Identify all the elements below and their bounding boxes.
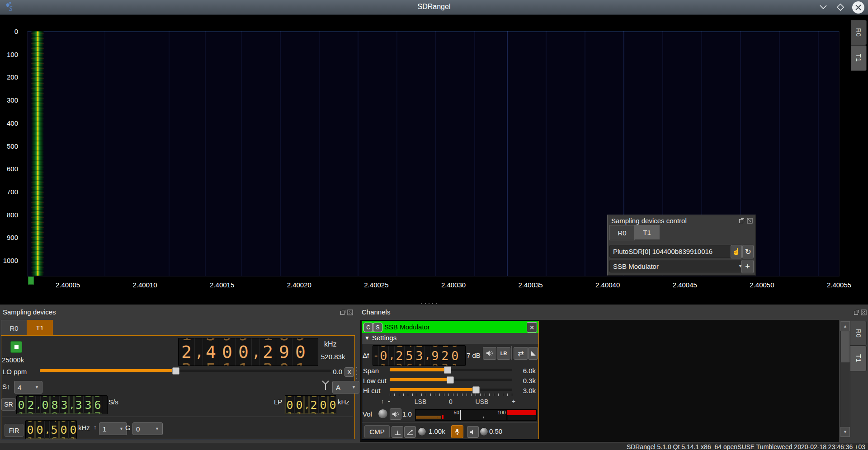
delta-f-dial[interactable]: -901,123456234,890123901 xyxy=(373,345,466,366)
dial-digit[interactable]: 901 xyxy=(26,421,35,439)
dial-digit[interactable]: 901 xyxy=(219,338,235,366)
popup-float-icon[interactable] xyxy=(739,218,745,224)
channel-close-button[interactable]: ✕ xyxy=(527,322,537,333)
dial-digit[interactable]: 901 xyxy=(450,346,460,366)
dial-digit[interactable]: 345 xyxy=(203,338,219,366)
volume-knob[interactable] xyxy=(378,409,388,419)
sample-rate-dial[interactable]: 901123,901789234,234234567 xyxy=(16,395,108,414)
dial-digit[interactable]: 123 xyxy=(259,338,276,366)
dial-digit[interactable]: , xyxy=(194,338,203,366)
tone-frequency-knob[interactable] xyxy=(418,427,426,436)
fir-bandwidth-dial[interactable]: 901901,456901901 xyxy=(25,420,77,439)
channel-c-badge[interactable]: C xyxy=(363,323,373,332)
dial-digit[interactable]: , xyxy=(35,396,40,414)
tone-button[interactable] xyxy=(392,426,403,438)
device-select[interactable]: PlutoSDR[0] 104400b839910016 xyxy=(609,245,735,258)
dial-digit[interactable]: , xyxy=(251,338,259,366)
dial-digit[interactable]: 567 xyxy=(93,396,102,414)
dial-digit[interactable]: 901 xyxy=(294,396,304,414)
lo-ppm-reset-button[interactable]: X xyxy=(344,367,354,377)
low-cut-slider[interactable] xyxy=(390,376,512,383)
dial-digit[interactable]: 901 xyxy=(17,396,26,414)
morse-keyer-button[interactable] xyxy=(404,426,416,438)
dial-digit[interactable]: 234 xyxy=(74,396,83,414)
center-frequency-dial[interactable]: 123,345901901,123890901 xyxy=(178,338,318,366)
span-slider[interactable] xyxy=(390,366,512,373)
channel-title-bar[interactable]: C S SSB Modulator ✕ xyxy=(362,321,538,333)
compressor-button[interactable]: CMP xyxy=(364,425,390,438)
dial-digit[interactable]: , xyxy=(44,421,49,439)
feedback-volume-knob[interactable] xyxy=(480,427,488,436)
fir-chain-select[interactable]: 1 ▼ xyxy=(99,422,127,435)
fir-button[interactable]: FIR xyxy=(5,424,24,437)
scroll-up-icon[interactable]: ▲ xyxy=(840,321,850,331)
dock-splitter-handle[interactable] xyxy=(421,303,437,304)
maximize-icon[interactable] xyxy=(835,2,846,13)
panel-splitter-handle[interactable] xyxy=(356,367,357,379)
float-panel-icon[interactable] xyxy=(340,309,346,315)
dial-digit[interactable]: 901 xyxy=(235,338,251,366)
lp-cutoff-dial[interactable]: 901901,123901901 xyxy=(285,395,336,414)
dial-digit[interactable]: 901 xyxy=(40,396,50,414)
device-tab-t1[interactable]: T1 xyxy=(27,320,53,335)
dial-digit[interactable]: 890 xyxy=(430,346,440,366)
spectrum-tab-r0[interactable]: R0 xyxy=(851,20,867,45)
audio-mute-button[interactable] xyxy=(483,347,496,360)
close-icon[interactable] xyxy=(852,1,864,14)
dial-digit[interactable]: , xyxy=(69,396,74,414)
channel-type-select[interactable]: SSB Modulator ▼ xyxy=(609,260,746,272)
dsb-filter-button[interactable] xyxy=(528,347,538,360)
dial-digit[interactable]: 901 xyxy=(292,338,308,366)
audio-feedback-button[interactable] xyxy=(467,426,479,438)
dial-digit[interactable]: 123 xyxy=(179,338,194,366)
dial-digit[interactable]: 890 xyxy=(276,338,292,366)
dial-digit[interactable]: 123 xyxy=(309,396,318,414)
device-change-button[interactable]: ☝ xyxy=(731,245,742,258)
minimize-icon[interactable] xyxy=(818,2,829,13)
popup-tab-r0[interactable]: R0 xyxy=(609,225,635,240)
close-panel-icon[interactable] xyxy=(861,309,867,315)
popup-tab-t1[interactable]: T1 xyxy=(634,225,660,239)
hi-cut-slider[interactable] xyxy=(390,386,512,393)
channels-tab-t1[interactable]: T1 xyxy=(850,346,867,371)
dial-digit[interactable]: , xyxy=(388,346,394,366)
channel-s-badge[interactable]: S xyxy=(373,323,382,332)
scrollbar-thumb[interactable] xyxy=(841,331,849,362)
dial-digit[interactable]: 901 xyxy=(35,421,44,439)
float-panel-icon[interactable] xyxy=(854,309,859,315)
dial-digit[interactable]: 123 xyxy=(394,346,404,366)
device-tab-r0[interactable]: R0 xyxy=(1,320,27,336)
dial-digit[interactable]: 456 xyxy=(404,346,414,366)
dial-digit[interactable]: 901 xyxy=(68,421,77,439)
dial-digit[interactable]: , xyxy=(304,396,309,414)
dial-digit[interactable]: 901 xyxy=(285,396,294,414)
audio-monitor-button[interactable] xyxy=(390,408,401,420)
dial-digit[interactable]: 123 xyxy=(440,346,450,366)
channels-tab-r0[interactable]: R0 xyxy=(850,321,867,346)
device-reload-button[interactable]: ↻ xyxy=(742,245,754,258)
add-channel-button[interactable]: + xyxy=(741,260,754,273)
stereo-lr-button[interactable]: LR xyxy=(497,347,510,360)
lo-ppm-slider[interactable] xyxy=(40,367,331,374)
mic-input-button[interactable] xyxy=(451,425,463,438)
settings-spoiler[interactable]: ▼ Settings xyxy=(362,333,538,344)
interp-select[interactable]: 4 ▼ xyxy=(14,381,42,394)
dial-digit[interactable]: 123 xyxy=(26,396,35,414)
sample-rate-mode-button[interactable]: SR xyxy=(1,398,16,411)
dial-digit[interactable]: 789 xyxy=(50,396,59,414)
close-panel-icon[interactable] xyxy=(347,309,353,315)
dial-digit[interactable]: 234 xyxy=(59,396,69,414)
dial-digit[interactable]: - xyxy=(373,346,378,366)
spectrum-tab-t1[interactable]: T1 xyxy=(851,45,867,71)
scroll-down-icon[interactable]: ▼ xyxy=(840,427,850,437)
dial-digit[interactable]: 456 xyxy=(49,421,59,439)
sideband-flip-button[interactable]: ⇄ xyxy=(514,347,528,360)
popup-close-icon[interactable] xyxy=(747,218,753,224)
dial-digit[interactable]: 901 xyxy=(328,396,336,414)
dial-digit[interactable]: , xyxy=(424,346,430,366)
dial-digit[interactable]: 901 xyxy=(318,396,328,414)
fir-gain-select[interactable]: 0 ▼ xyxy=(132,422,163,435)
dial-digit[interactable]: 234 xyxy=(414,346,424,366)
antenna-select[interactable]: A ▼ xyxy=(332,381,359,394)
channels-scrollbar[interactable]: ▲ ▼ xyxy=(840,321,850,437)
